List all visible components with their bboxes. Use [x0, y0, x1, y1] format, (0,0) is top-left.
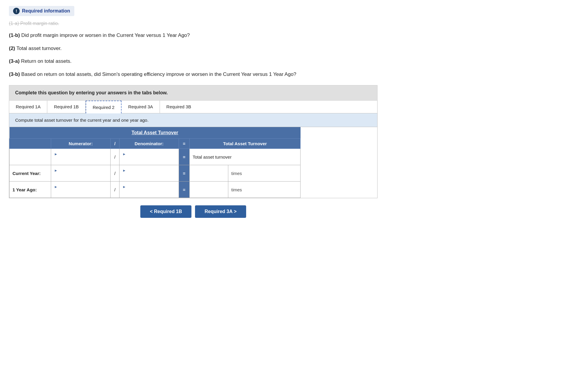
- table-row-current-year: Current Year: ► / ► = times: [10, 165, 301, 182]
- required-info-badge: ! Required information: [9, 6, 74, 16]
- tabs-container: Required 1A Required 1B Required 2 Requi…: [9, 101, 378, 113]
- arrow-icon-3: ►: [54, 168, 58, 173]
- question-2: (2) Total asset turnover.: [9, 45, 378, 52]
- arrow-icon-5: ►: [54, 185, 58, 189]
- one-year-ago-numerator-cell[interactable]: ►: [51, 182, 111, 198]
- subrow-denominator-input-cell[interactable]: ►: [120, 149, 179, 165]
- question-1b-label: (1-b): [9, 32, 20, 38]
- nav-buttons: < Required 1B Required 3A >: [9, 205, 378, 218]
- tab-required-2[interactable]: Required 2: [86, 101, 122, 113]
- one-year-ago-equals: =: [179, 182, 190, 198]
- question-3b-text: Based on return on total assets, did Sim…: [20, 71, 296, 77]
- question-2-label: (2): [9, 46, 15, 51]
- tab-required-1a[interactable]: Required 1A: [9, 101, 47, 113]
- subrow-slash: /: [111, 149, 120, 165]
- question-3a-text: Return on total assets.: [20, 58, 72, 64]
- forward-button[interactable]: Required 3A >: [195, 205, 246, 218]
- subrow-label: [10, 149, 51, 165]
- one-year-ago-result-input[interactable]: [193, 187, 216, 193]
- current-year-denominator-cell[interactable]: ►: [120, 165, 179, 182]
- tab-required-1b[interactable]: Required 1B: [47, 101, 85, 113]
- one-year-ago-result-cell[interactable]: [190, 182, 228, 198]
- question-1b-text: Did profit margin improve or worsen in t…: [20, 32, 190, 38]
- one-year-ago-numerator-input[interactable]: [54, 189, 107, 195]
- arrow-icon-2: ►: [122, 152, 126, 156]
- current-year-label: Current Year:: [10, 165, 51, 182]
- current-year-numerator-input[interactable]: [54, 173, 107, 179]
- header-result: Total Asset Turnover: [190, 139, 301, 149]
- question-3b: (3-b) Based on return on total assets, d…: [9, 71, 378, 78]
- header-numerator: Numerator:: [51, 139, 111, 149]
- back-button[interactable]: < Required 1B: [140, 205, 191, 218]
- total-asset-table: Total Asset Turnover Numerator: / Denomi…: [9, 127, 301, 198]
- question-2-text: Total asset turnover.: [15, 46, 62, 51]
- subrow-denominator-input[interactable]: [122, 156, 176, 162]
- arrow-icon-1: ►: [54, 152, 58, 156]
- badge-label: Required information: [22, 8, 70, 14]
- current-year-result-input[interactable]: [193, 170, 216, 176]
- arrow-icon-4: ►: [122, 168, 126, 173]
- tab-description: Compute total asset turnover for the cur…: [9, 113, 378, 127]
- question-3a-label: (3-a): [9, 58, 20, 64]
- header-equals: =: [179, 139, 190, 149]
- current-year-result-cell[interactable]: [190, 165, 228, 182]
- subrow-equals: =: [179, 149, 190, 165]
- table-title-row: Total Asset Turnover: [10, 127, 301, 139]
- table-row-one-year-ago: 1 Year Ago: ► / ► = times: [10, 182, 301, 198]
- question-3b-label: (3-b): [9, 71, 20, 77]
- question-1b: (1-b) Did profit margin improve or worse…: [9, 32, 378, 39]
- current-year-unit: times: [228, 165, 301, 182]
- tab-required-3a[interactable]: Required 3A: [122, 101, 160, 113]
- header-row-label: [10, 139, 51, 149]
- header-slash: /: [111, 139, 120, 149]
- tab-required-3b[interactable]: Required 3B: [160, 101, 198, 113]
- question-3a: (3-a) Return on total assets.: [9, 57, 378, 65]
- subrow-numerator-input-cell[interactable]: ►: [51, 149, 111, 165]
- current-year-denominator-input[interactable]: [122, 173, 176, 179]
- exclamation-icon: !: [13, 8, 20, 14]
- one-year-ago-label: 1 Year Ago:: [10, 182, 51, 198]
- table-title: Total Asset Turnover: [131, 130, 178, 135]
- strikethrough-question: (1-a) Profit margin ratio.: [9, 21, 378, 26]
- subrow-numerator-input[interactable]: [54, 156, 107, 162]
- table-header-subrow: ► / ► = Total asset turnover: [10, 149, 301, 165]
- one-year-ago-denominator-input[interactable]: [122, 189, 176, 195]
- current-year-numerator-cell[interactable]: ►: [51, 165, 111, 182]
- one-year-ago-denominator-cell[interactable]: ►: [120, 182, 179, 198]
- instruction-box: Complete this question by entering your …: [9, 85, 378, 101]
- table-header-row: Numerator: / Denominator: = Total Asset …: [10, 139, 301, 149]
- header-denominator: Denominator:: [120, 139, 179, 149]
- arrow-icon-6: ►: [122, 185, 126, 189]
- current-year-slash: /: [111, 165, 120, 182]
- one-year-ago-slash: /: [111, 182, 120, 198]
- subrow-result-label: Total asset turnover: [190, 149, 301, 165]
- one-year-ago-unit: times: [228, 182, 301, 198]
- current-year-equals: =: [179, 165, 190, 182]
- instruction-text: Complete this question by entering your …: [15, 90, 168, 95]
- table-section: Total Asset Turnover Numerator: / Denomi…: [9, 127, 378, 198]
